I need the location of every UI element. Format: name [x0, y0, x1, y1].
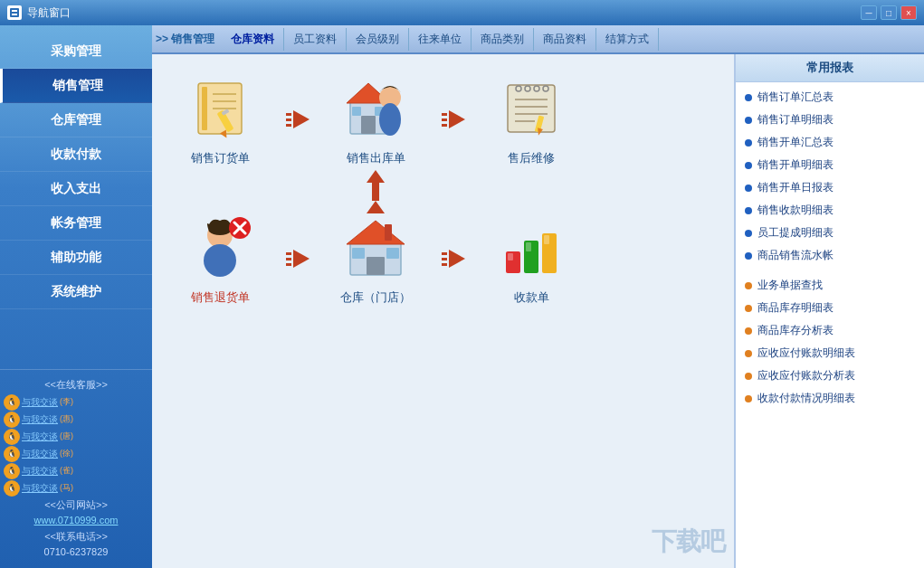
sales-order-icon: [184, 72, 256, 145]
chat-item-3[interactable]: 🐧 与我交谈 (徐): [4, 446, 148, 462]
warehouse-label: 仓库（门店）: [340, 289, 411, 306]
report-item-7[interactable]: 商品销售流水帐: [743, 244, 917, 267]
report-label-4: 销售开单日报表: [757, 180, 834, 195]
minimize-button[interactable]: ─: [861, 5, 877, 20]
chat-link-4[interactable]: 与我交谈: [22, 465, 58, 478]
chat-link-5[interactable]: 与我交谈: [22, 482, 58, 495]
svg-rect-1: [12, 10, 17, 12]
svg-marker-35: [347, 221, 405, 244]
flow-node-aftersales[interactable]: 售后维修: [472, 72, 590, 166]
chat-item-4[interactable]: 🐧 与我交谈 (雀): [4, 463, 148, 479]
report-item-3[interactable]: 销售开单明细表: [743, 154, 917, 176]
flow-row-2: 销售退货单: [161, 212, 725, 306]
tab-partners[interactable]: 往来单位: [409, 28, 472, 51]
report-section-gap: [743, 267, 917, 274]
maximize-button[interactable]: □: [881, 5, 897, 20]
report-label-2: 销售开单汇总表: [757, 135, 834, 150]
chat-avatar-5: 🐧: [4, 480, 20, 497]
report-item-2[interactable]: 销售开单汇总表: [743, 131, 917, 154]
sidebar-item-payment[interactable]: 收款付款: [0, 137, 152, 172]
company-site-label: <<公司网站>>: [4, 497, 148, 514]
report-label-s4: 应收应付账款分析表: [757, 368, 855, 383]
report-dot-6: [745, 230, 752, 237]
tab-settlement[interactable]: 结算方式: [596, 28, 659, 51]
report-dot-s4: [745, 373, 752, 380]
report-label-s0: 业务单据查找: [757, 278, 823, 293]
chat-item-0[interactable]: 🐧 与我交谈 (李): [4, 394, 148, 411]
chat-avatar-0: 🐧: [4, 394, 20, 411]
sidebar-footer: <<在线客服>> 🐧 与我交谈 (李) 🐧 与我交谈 (惠) 🐧 与我交谈 (唐…: [0, 369, 152, 568]
chat-item-5[interactable]: 🐧 与我交谈 (马): [4, 480, 148, 497]
tab-staff-data[interactable]: 员工资料: [284, 28, 347, 51]
svg-rect-39: [385, 224, 392, 241]
reports-panel: 常用报表 销售订单汇总表 销售订单明细表 销售开单汇总表: [734, 54, 924, 568]
tab-bar: >> 销售管理 仓库资料 员工资料 会员级别 往来单位 商品类别 商品资料 结算…: [152, 25, 924, 54]
report-item-s1[interactable]: 商品库存明细表: [743, 297, 917, 319]
reports-header: 常用报表: [736, 54, 924, 82]
tab-member-level[interactable]: 会员级别: [347, 28, 409, 51]
sidebar: 采购管理 销售管理 仓库管理 收款付款 收入支出 帐务管理 辅助功能 系统维护: [0, 25, 152, 568]
arrow-r2-1-to-2: [286, 250, 310, 268]
report-dot-0: [745, 94, 752, 101]
sidebar-item-accounts[interactable]: 帐务管理: [0, 206, 152, 241]
svg-rect-38: [386, 248, 399, 259]
tab-product-data[interactable]: 商品资料: [534, 28, 596, 51]
aftersales-icon: [495, 72, 567, 145]
chat-avatar-2: 🐧: [4, 429, 20, 445]
flow-node-sales-outbound[interactable]: 销售出库单: [317, 72, 434, 166]
report-dot-1: [745, 117, 752, 124]
chat-item-1[interactable]: 🐧 与我交谈 (惠): [4, 412, 148, 428]
tab-warehouse-data[interactable]: 仓库资料: [222, 28, 284, 51]
reports-list: 销售订单汇总表 销售订单明细表 销售开单汇总表 销售开单明细表: [736, 82, 924, 568]
svg-point-17: [379, 103, 401, 136]
title-bar-left: 导航窗口: [7, 5, 71, 21]
svg-rect-4: [202, 87, 207, 130]
website-url[interactable]: www.0710999.com: [4, 513, 148, 529]
close-button[interactable]: ×: [900, 5, 917, 20]
report-label-s3: 应收应付账款明细表: [757, 346, 855, 361]
svg-rect-45: [544, 235, 549, 244]
report-item-4[interactable]: 销售开单日报表: [743, 176, 917, 199]
report-item-s0[interactable]: 业务单据查找: [743, 274, 917, 297]
chat-tag-2: (唐): [60, 431, 73, 442]
report-item-6[interactable]: 员工提成明细表: [743, 222, 917, 244]
sidebar-item-system[interactable]: 系统维护: [0, 275, 152, 309]
report-item-0[interactable]: 销售订单汇总表: [743, 86, 917, 109]
chat-link-2[interactable]: 与我交谈: [22, 431, 58, 443]
sidebar-item-procurement[interactable]: 采购管理: [0, 34, 152, 69]
chat-avatar-3: 🐧: [4, 446, 20, 462]
chat-link-0[interactable]: 与我交谈: [22, 396, 58, 409]
chat-link-1[interactable]: 与我交谈: [22, 413, 58, 426]
report-dot-2: [745, 139, 752, 147]
report-label-7: 商品销售流水帐: [757, 248, 834, 263]
watermark: 下载吧: [652, 525, 725, 559]
flow-node-sales-return[interactable]: 销售退货单: [161, 212, 279, 306]
report-item-s2[interactable]: 商品库存分析表: [743, 319, 917, 342]
chat-tag-4: (雀): [60, 465, 73, 477]
svg-rect-2: [12, 14, 17, 15]
report-item-5[interactable]: 销售收款明细表: [743, 199, 917, 222]
chat-link-3[interactable]: 与我交谈: [22, 448, 58, 460]
chat-avatar-4: 🐧: [4, 463, 20, 479]
report-item-1[interactable]: 销售订单明细表: [743, 109, 917, 131]
report-label-s1: 商品库存明细表: [757, 300, 834, 316]
report-dot-s3: [745, 350, 752, 357]
sales-outbound-label: 销售出库单: [347, 150, 405, 166]
flow-node-warehouse[interactable]: 仓库（门店）: [317, 212, 434, 306]
window-title: 导航窗口: [27, 5, 71, 21]
chat-item-2[interactable]: 🐧 与我交谈 (唐): [4, 429, 148, 445]
tab-product-category[interactable]: 商品类别: [472, 28, 534, 51]
flow-node-collection[interactable]: 收款单: [472, 212, 590, 306]
report-item-s4[interactable]: 应收应付账款分析表: [743, 364, 917, 387]
sidebar-item-sales[interactable]: 销售管理: [0, 69, 152, 103]
report-item-s3[interactable]: 应收应付账款明细表: [743, 342, 917, 364]
report-dot-7: [745, 252, 752, 260]
sales-return-icon: [184, 212, 256, 284]
sidebar-item-income[interactable]: 收入支出: [0, 172, 152, 206]
sidebar-item-warehouse[interactable]: 仓库管理: [0, 103, 152, 137]
flow-node-sales-order[interactable]: 销售订货单: [161, 72, 279, 166]
sidebar-item-utility[interactable]: 辅助功能: [0, 241, 152, 275]
content-area: >> 销售管理 仓库资料 员工资料 会员级别 往来单位 商品类别 商品资料 结算…: [152, 25, 924, 568]
report-item-s5[interactable]: 收款付款情况明细表: [743, 387, 917, 410]
sales-outbound-icon: [339, 72, 412, 145]
